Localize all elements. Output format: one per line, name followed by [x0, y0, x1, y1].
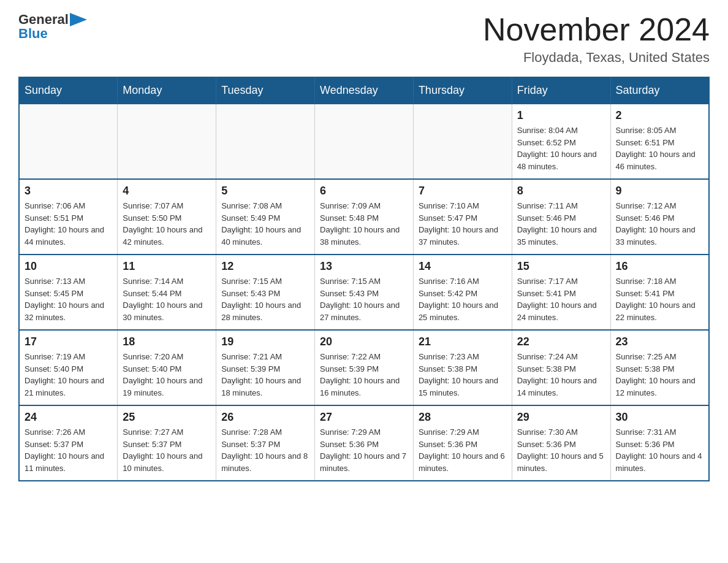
day-number: 1 — [517, 109, 605, 122]
weekday-header-saturday: Saturday — [610, 77, 709, 104]
weekday-header-tuesday: Tuesday — [216, 77, 315, 104]
calendar-body: 1Sunrise: 8:04 AMSunset: 6:52 PMDaylight… — [19, 104, 709, 481]
day-info: Sunrise: 7:06 AMSunset: 5:51 PMDaylight:… — [25, 200, 112, 248]
calendar-cell: 16Sunrise: 7:18 AMSunset: 5:41 PMDayligh… — [610, 255, 709, 330]
day-number: 26 — [221, 411, 309, 424]
day-info: Sunrise: 7:14 AMSunset: 5:44 PMDaylight:… — [123, 275, 211, 323]
calendar-cell: 13Sunrise: 7:15 AMSunset: 5:43 PMDayligh… — [315, 255, 414, 330]
weekday-header-row: SundayMondayTuesdayWednesdayThursdayFrid… — [19, 77, 709, 104]
day-info: Sunrise: 7:25 AMSunset: 5:38 PMDaylight:… — [616, 351, 703, 399]
calendar-cell: 29Sunrise: 7:30 AMSunset: 5:36 PMDayligh… — [512, 405, 610, 481]
day-info: Sunrise: 7:10 AMSunset: 5:47 PMDaylight:… — [419, 200, 507, 248]
weekday-header-sunday: Sunday — [19, 77, 118, 104]
day-number: 28 — [419, 411, 507, 424]
day-number: 30 — [616, 411, 703, 424]
day-info: Sunrise: 7:31 AMSunset: 5:36 PMDaylight:… — [616, 426, 703, 474]
day-number: 14 — [419, 260, 507, 273]
day-info: Sunrise: 7:28 AMSunset: 5:37 PMDaylight:… — [221, 426, 309, 474]
day-number: 20 — [320, 335, 408, 348]
day-number: 21 — [419, 335, 507, 348]
day-number: 13 — [320, 260, 408, 273]
calendar-cell: 7Sunrise: 7:10 AMSunset: 5:47 PMDaylight… — [413, 179, 512, 255]
day-info: Sunrise: 7:15 AMSunset: 5:43 PMDaylight:… — [320, 275, 408, 323]
logo: General Blue — [18, 12, 87, 42]
day-number: 3 — [25, 185, 112, 197]
calendar-week-row: 3Sunrise: 7:06 AMSunset: 5:51 PMDaylight… — [19, 179, 709, 255]
day-number: 9 — [616, 185, 703, 197]
day-number: 19 — [221, 335, 309, 348]
day-number: 23 — [616, 335, 703, 348]
calendar-cell: 20Sunrise: 7:22 AMSunset: 5:39 PMDayligh… — [315, 330, 414, 405]
day-number: 15 — [517, 260, 605, 273]
calendar-cell: 28Sunrise: 7:29 AMSunset: 5:36 PMDayligh… — [413, 405, 512, 481]
day-number: 27 — [320, 411, 408, 424]
day-number: 2 — [616, 109, 703, 122]
day-info: Sunrise: 7:21 AMSunset: 5:39 PMDaylight:… — [221, 351, 309, 399]
calendar-table: SundayMondayTuesdayWednesdayThursdayFrid… — [18, 77, 710, 481]
calendar-cell: 11Sunrise: 7:14 AMSunset: 5:44 PMDayligh… — [118, 255, 216, 330]
calendar-cell — [19, 104, 118, 179]
day-number: 24 — [25, 411, 112, 424]
day-info: Sunrise: 7:24 AMSunset: 5:38 PMDaylight:… — [517, 351, 605, 399]
calendar-cell: 1Sunrise: 8:04 AMSunset: 6:52 PMDaylight… — [512, 104, 610, 179]
calendar-cell: 5Sunrise: 7:08 AMSunset: 5:49 PMDaylight… — [216, 179, 315, 255]
page-header: General Blue November 2024 Floydada, Tex… — [18, 12, 710, 66]
day-number: 22 — [517, 335, 605, 348]
calendar-week-row: 17Sunrise: 7:19 AMSunset: 5:40 PMDayligh… — [19, 330, 709, 405]
day-info: Sunrise: 7:15 AMSunset: 5:43 PMDaylight:… — [221, 275, 309, 323]
calendar-cell: 15Sunrise: 7:17 AMSunset: 5:41 PMDayligh… — [512, 255, 610, 330]
calendar-cell: 23Sunrise: 7:25 AMSunset: 5:38 PMDayligh… — [610, 330, 709, 405]
calendar-cell: 8Sunrise: 7:11 AMSunset: 5:46 PMDaylight… — [512, 179, 610, 255]
day-info: Sunrise: 7:17 AMSunset: 5:41 PMDaylight:… — [517, 275, 605, 323]
title-block: November 2024 Floydada, Texas, United St… — [483, 12, 710, 66]
calendar-cell: 18Sunrise: 7:20 AMSunset: 5:40 PMDayligh… — [118, 330, 216, 405]
calendar-cell: 6Sunrise: 7:09 AMSunset: 5:48 PMDaylight… — [315, 179, 414, 255]
calendar-cell — [118, 104, 216, 179]
calendar-cell: 4Sunrise: 7:07 AMSunset: 5:50 PMDaylight… — [118, 179, 216, 255]
day-number: 18 — [123, 335, 211, 348]
day-info: Sunrise: 7:22 AMSunset: 5:39 PMDaylight:… — [320, 351, 408, 399]
location-subtitle: Floydada, Texas, United States — [483, 50, 710, 66]
day-info: Sunrise: 7:29 AMSunset: 5:36 PMDaylight:… — [320, 426, 408, 474]
calendar-cell — [216, 104, 315, 179]
day-number: 29 — [517, 411, 605, 424]
day-info: Sunrise: 8:04 AMSunset: 6:52 PMDaylight:… — [517, 124, 605, 172]
day-number: 16 — [616, 260, 703, 273]
calendar-cell — [413, 104, 512, 179]
calendar-cell: 2Sunrise: 8:05 AMSunset: 6:51 PMDaylight… — [610, 104, 709, 179]
day-info: Sunrise: 7:07 AMSunset: 5:50 PMDaylight:… — [123, 200, 211, 248]
day-info: Sunrise: 7:12 AMSunset: 5:46 PMDaylight:… — [616, 200, 703, 248]
weekday-header-monday: Monday — [118, 77, 216, 104]
day-info: Sunrise: 7:20 AMSunset: 5:40 PMDaylight:… — [123, 351, 211, 399]
day-number: 7 — [419, 185, 507, 197]
calendar-cell: 27Sunrise: 7:29 AMSunset: 5:36 PMDayligh… — [315, 405, 414, 481]
day-number: 6 — [320, 185, 408, 197]
day-info: Sunrise: 7:23 AMSunset: 5:38 PMDaylight:… — [419, 351, 507, 399]
calendar-week-row: 10Sunrise: 7:13 AMSunset: 5:45 PMDayligh… — [19, 255, 709, 330]
day-info: Sunrise: 7:16 AMSunset: 5:42 PMDaylight:… — [419, 275, 507, 323]
day-info: Sunrise: 7:08 AMSunset: 5:49 PMDaylight:… — [221, 200, 309, 248]
calendar-header: SundayMondayTuesdayWednesdayThursdayFrid… — [19, 77, 709, 104]
calendar-title: November 2024 — [483, 12, 710, 47]
calendar-cell: 10Sunrise: 7:13 AMSunset: 5:45 PMDayligh… — [19, 255, 118, 330]
logo-arrow-icon — [70, 13, 87, 26]
day-info: Sunrise: 7:11 AMSunset: 5:46 PMDaylight:… — [517, 200, 605, 248]
day-info: Sunrise: 7:13 AMSunset: 5:45 PMDaylight:… — [25, 275, 112, 323]
calendar-cell: 14Sunrise: 7:16 AMSunset: 5:42 PMDayligh… — [413, 255, 512, 330]
calendar-cell: 25Sunrise: 7:27 AMSunset: 5:37 PMDayligh… — [118, 405, 216, 481]
day-number: 12 — [221, 260, 309, 273]
calendar-cell: 9Sunrise: 7:12 AMSunset: 5:46 PMDaylight… — [610, 179, 709, 255]
calendar-cell: 30Sunrise: 7:31 AMSunset: 5:36 PMDayligh… — [610, 405, 709, 481]
day-info: Sunrise: 7:29 AMSunset: 5:36 PMDaylight:… — [419, 426, 507, 474]
calendar-cell: 21Sunrise: 7:23 AMSunset: 5:38 PMDayligh… — [413, 330, 512, 405]
logo-blue-text: Blue — [18, 26, 48, 42]
logo-general-text: General — [18, 12, 69, 27]
day-number: 8 — [517, 185, 605, 197]
calendar-cell: 19Sunrise: 7:21 AMSunset: 5:39 PMDayligh… — [216, 330, 315, 405]
day-number: 4 — [123, 185, 211, 197]
calendar-cell: 24Sunrise: 7:26 AMSunset: 5:37 PMDayligh… — [19, 405, 118, 481]
day-number: 25 — [123, 411, 211, 424]
calendar-cell: 3Sunrise: 7:06 AMSunset: 5:51 PMDaylight… — [19, 179, 118, 255]
day-info: Sunrise: 7:09 AMSunset: 5:48 PMDaylight:… — [320, 200, 408, 248]
day-info: Sunrise: 8:05 AMSunset: 6:51 PMDaylight:… — [616, 124, 703, 172]
